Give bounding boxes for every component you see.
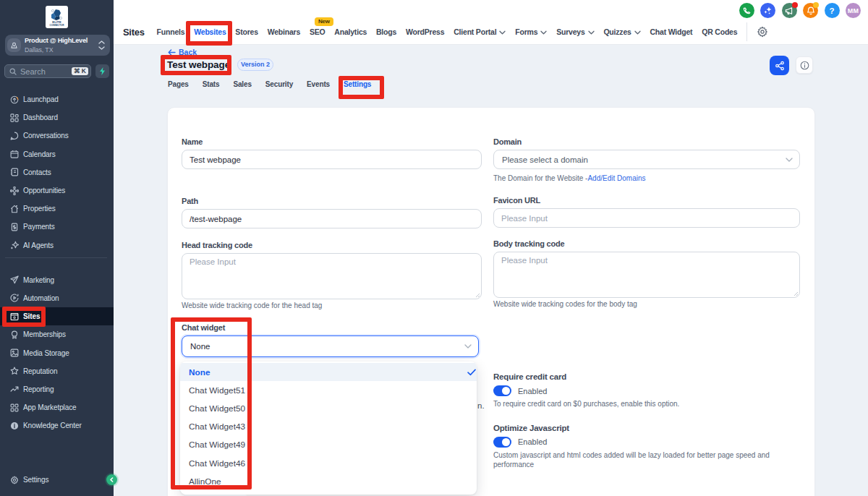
dropdown-option[interactable]: Chat Widget46 (180, 454, 477, 472)
field-chat-widget: Chat widget None (182, 322, 482, 357)
new-badge: New (315, 17, 333, 26)
quick-actions-button[interactable] (95, 64, 109, 78)
body-tracking-textarea[interactable] (493, 252, 800, 298)
sidebar-item-opportunities[interactable]: Opportunities (0, 181, 114, 200)
dropdown-option[interactable]: Chat Widget51 (180, 381, 477, 399)
sidebar-item-calendars[interactable]: Calendars (0, 145, 114, 163)
sidebar-item-contacts[interactable]: Contacts (0, 163, 114, 181)
user-avatar[interactable]: MM (846, 3, 861, 18)
arrow-left-icon (168, 49, 176, 56)
sidebar: ELITE CONNECTOR Product @ HighLevel Dall… (0, 0, 114, 496)
path-label: Path (182, 196, 482, 207)
phone-button[interactable] (739, 3, 754, 18)
page-title: Test webpage (167, 59, 230, 70)
field-head-tracking: Head tracking code Website wide tracking… (182, 240, 482, 311)
sites-icon (9, 312, 19, 321)
chevron-left-icon (109, 477, 114, 482)
ai-assistant-button[interactable] (760, 3, 775, 18)
head-tracking-helper: Website wide tracking code for the head … (182, 301, 482, 311)
sidebar-item-ai-agents[interactable]: AI Agents (0, 236, 114, 255)
tab-funnels[interactable]: Funnels (157, 27, 185, 36)
tab-wordpress[interactable]: WordPress (406, 27, 444, 36)
name-label: Name (182, 137, 482, 147)
toggle-state-label: Enabled (518, 437, 547, 446)
sidebar-item-dashboard[interactable]: Dashboard (0, 108, 114, 127)
sidebar-item-launchpad[interactable]: Launchpad (0, 90, 114, 108)
chat-widget-select[interactable]: None (182, 335, 479, 357)
dropdown-option[interactable]: Chat Widget43 (180, 418, 477, 436)
account-switcher[interactable]: Product @ HighLevel Dallas, TX (5, 35, 110, 56)
tab-stores[interactable]: Stores (235, 27, 258, 36)
sidebar-item-label: Properties (23, 205, 56, 213)
dropdown-option[interactable]: Chat Widget49 (180, 436, 477, 454)
tab-webinars[interactable]: Webinars (268, 27, 300, 36)
sidebar-item-conversations[interactable]: Conversations (0, 127, 114, 145)
bolt-icon (99, 67, 106, 75)
sidebar-item-label: Payments (23, 223, 55, 231)
path-input[interactable] (182, 209, 482, 228)
info-button[interactable] (796, 56, 813, 74)
sidebar-item-properties[interactable]: Properties (0, 200, 114, 218)
optimize-javascript-toggle[interactable] (493, 437, 511, 448)
sidebar-item-media-storage[interactable]: Media Storage (0, 343, 114, 362)
dropdown-option[interactable]: Chat Widget50 (180, 399, 477, 417)
chat-widget-label: Chat widget (182, 322, 482, 333)
info-icon (800, 61, 809, 70)
tab-websites[interactable]: Websites (194, 27, 226, 36)
sidebar-item-memberships[interactable]: Memberships (0, 325, 114, 343)
chevron-down-icon (540, 30, 547, 35)
notifications-button[interactable] (803, 3, 818, 18)
field-optimize-javascript: Optimize Javascript Enabled Custom javas… (493, 423, 800, 470)
add-edit-domains-link[interactable]: Add/Edit Domains (587, 174, 645, 182)
dropdown-option-none[interactable]: None (180, 363, 477, 381)
sidebar-item-settings[interactable]: Settings (0, 471, 114, 489)
sidebar-item-app-marketplace[interactable]: App Marketplace (0, 398, 114, 416)
sidebar-item-sites[interactable]: Sites (0, 307, 114, 325)
tab-seo[interactable]: SEO New (310, 27, 326, 36)
back-link[interactable]: Back (168, 48, 197, 56)
chevron-down-icon (786, 158, 793, 162)
share-button[interactable] (770, 56, 789, 75)
tab-stats[interactable]: Stats (203, 80, 220, 88)
sidebar-search-input[interactable]: Search ⌘ K (4, 64, 91, 78)
tab-chat-widget[interactable]: Chat Widget (650, 27, 692, 36)
tab-sales[interactable]: Sales (233, 80, 251, 88)
require-credit-card-toggle[interactable] (493, 385, 511, 396)
tab-forms[interactable]: Forms (515, 27, 547, 36)
optimize-javascript-helper: Custom javascript and html codes added w… (493, 450, 800, 470)
tab-analytics[interactable]: Analytics (334, 27, 367, 36)
sidebar-item-label: AI Agents (23, 241, 54, 249)
tab-pages[interactable]: Pages (168, 80, 189, 88)
tab-events[interactable]: Events (307, 80, 330, 88)
sidebar-item-automation[interactable]: Automation (0, 289, 114, 307)
sidebar-item-reputation[interactable]: Reputation (0, 362, 114, 380)
sidebar-nav: Launchpad Dashboard Conversations (0, 90, 114, 435)
sidebar-collapse-button[interactable] (106, 474, 117, 485)
tab-client-portal[interactable]: Client Portal (454, 27, 506, 36)
domain-select[interactable]: Please select a domain (493, 150, 800, 169)
head-tracking-textarea[interactable] (182, 253, 482, 299)
name-input[interactable] (182, 150, 482, 169)
tab-settings[interactable]: Settings (344, 80, 371, 88)
obscured-text-fragment: n. (477, 401, 485, 410)
help-button[interactable]: ? (825, 3, 840, 18)
agency-logo[interactable]: ELITE CONNECTOR (46, 6, 68, 28)
tab-qr-codes[interactable]: QR Codes (702, 27, 737, 36)
page-content: Back Test webpage Version 2 Pages Stats … (114, 45, 868, 496)
announcements-button[interactable] (782, 3, 797, 18)
favicon-input[interactable] (493, 208, 800, 228)
sites-settings-gear-button[interactable] (757, 26, 768, 38)
sidebar-item-reporting[interactable]: Reporting (0, 380, 114, 398)
account-location-icon (7, 38, 21, 52)
dropdown-option[interactable]: AllinOne (180, 472, 477, 490)
svg-text:CONNECTOR: CONNECTOR (50, 24, 65, 27)
tab-security[interactable]: Security (265, 80, 293, 88)
sidebar-item-marketing[interactable]: Marketing (0, 271, 114, 289)
check-icon (467, 369, 476, 376)
tab-surveys[interactable]: Surveys (556, 27, 594, 36)
tab-quizzes[interactable]: Quizzes (603, 27, 640, 36)
sidebar-item-payments[interactable]: Payments (0, 218, 114, 236)
tab-blogs[interactable]: Blogs (376, 27, 396, 36)
sidebar-item-knowledge-center[interactable]: Knowledge Center (0, 416, 114, 435)
chevron-down-icon (499, 30, 506, 35)
